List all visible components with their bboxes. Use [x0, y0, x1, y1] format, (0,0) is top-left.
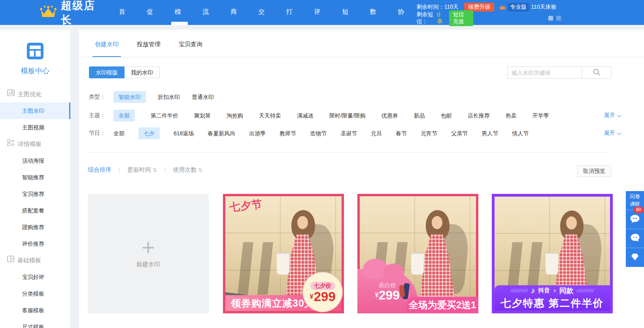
- filter-festival-option[interactable]: 春节: [396, 127, 407, 139]
- tab-item-query[interactable]: 宝贝查询: [179, 41, 202, 57]
- sort-usage-count[interactable]: 使用次数⇅: [173, 166, 203, 174]
- sidebar-item-bundle-package[interactable]: 搭配套餐: [0, 202, 70, 219]
- new-watermark-card[interactable]: + 新建水印: [88, 194, 209, 313]
- sidebar-item-item-recommend[interactable]: 宝贝推荐: [0, 186, 70, 202]
- messages-widget[interactable]: 80: [626, 210, 644, 229]
- filter-type-smart[interactable]: 智能水印: [113, 91, 146, 103]
- sidebar-section-main-image[interactable]: 主图优化: [0, 86, 70, 102]
- filter-type-discount[interactable]: 折扣水印: [158, 91, 180, 103]
- filter-theme-option[interactable]: 优惠券: [381, 110, 398, 121]
- sms-recharge-button[interactable]: 短信充值: [449, 10, 473, 26]
- feedback-widget[interactable]: [626, 248, 644, 267]
- nav-item-home[interactable]: 首页: [110, 0, 138, 25]
- nav-item-data[interactable]: 数据: [361, 0, 389, 25]
- expand-theme-link[interactable]: 展开: [604, 112, 620, 119]
- nav-item-template[interactable]: 模板: [166, 0, 194, 25]
- filter-type-normal[interactable]: 普通水印: [192, 91, 214, 103]
- filter-row-theme: 主题： 全部 第二件半价 聚划算 淘抢购 天天特卖 满减送 限时/限量/限购 优…: [89, 110, 620, 121]
- filter-label-type: 类型：: [89, 93, 113, 100]
- remaining-sms-label: 剩余短信：: [417, 11, 437, 25]
- sort-icon: ⇅: [153, 167, 157, 173]
- nav-item-traffic[interactable]: 流量: [193, 0, 221, 25]
- sidebar-item-main-image-video[interactable]: 主图视频: [0, 119, 70, 136]
- toggle-my-watermarks[interactable]: 我的水印: [125, 66, 160, 78]
- filter-theme-option[interactable]: 新品: [414, 110, 425, 121]
- remaining-sms-value: 0条: [437, 11, 444, 25]
- nav-item-print[interactable]: 打单: [277, 0, 305, 25]
- sidebar-item-item-praise[interactable]: 宝贝好评: [0, 269, 70, 285]
- filter-festival-option[interactable]: 圣诞节: [340, 127, 357, 139]
- version-badge: 专业版: [508, 3, 529, 11]
- search-button[interactable]: [582, 66, 612, 79]
- account-info: 剩余时间： 110天 续费升级 专业版 110天体验 剩余短信： 0条 短信充值: [417, 1, 561, 24]
- filter-festival-all[interactable]: 全部: [113, 127, 125, 139]
- search-input[interactable]: [507, 66, 582, 79]
- sidebar-item-group-buy-recommend[interactable]: 团购推荐: [0, 219, 70, 235]
- layout-icon: [7, 136, 15, 152]
- filter-theme-option[interactable]: 天天特卖: [259, 110, 281, 121]
- sidebar-section-detail-template[interactable]: 详情模板: [0, 136, 70, 152]
- filter-festival-option[interactable]: 造物节: [310, 127, 327, 139]
- filter-theme-option[interactable]: 店长推荐: [468, 110, 490, 121]
- filter-theme-option[interactable]: 聚划算: [194, 110, 211, 121]
- sidebar-item-review-recommend[interactable]: 评价推荐: [0, 235, 70, 252]
- watermark-template-card-douyin[interactable]: ////////// ♪ 抖音 × 同款 ////////// 七夕特惠 第二件…: [492, 194, 613, 313]
- sidebar-item-activity-poster[interactable]: 活动海报: [0, 152, 70, 169]
- service-bubble-icon: [630, 233, 640, 244]
- filter-theme-option[interactable]: 淘抢购: [227, 110, 243, 121]
- nav-item-collab[interactable]: 协同: [389, 0, 417, 25]
- sort-comprehensive[interactable]: 综合排序: [88, 166, 111, 174]
- sort-bar: 综合排序 | 更新时间⇅ | 使用次数⇅: [88, 166, 203, 174]
- watermark-template-card-qixi-coupon[interactable]: 七夕节 领券购满立减30元 七夕价 ¥299: [223, 194, 344, 313]
- window-dots[interactable]: [548, 16, 561, 21]
- plus-icon: +: [142, 239, 155, 255]
- grid-icon: [7, 252, 14, 269]
- tab-create-watermark[interactable]: 创建水印: [95, 41, 119, 57]
- filter-theme-option[interactable]: 第二件半价: [151, 110, 178, 121]
- filter-theme-option[interactable]: 热卖: [506, 110, 517, 121]
- sidebar-item-main-image-watermark[interactable]: 主图水印: [0, 102, 70, 119]
- app-title: 超级店长: [61, 0, 100, 27]
- nav-item-sms[interactable]: 短信: [333, 0, 361, 25]
- filter-festival-option[interactable]: 元宵节: [421, 127, 437, 139]
- filter-festival-option[interactable]: 教师节: [280, 127, 296, 139]
- customer-service-widget[interactable]: [626, 229, 644, 248]
- cancel-preview-button[interactable]: 取消预览: [577, 165, 611, 177]
- sidebar-section-basic-template[interactable]: 基础模板: [0, 252, 70, 269]
- filter-theme-all[interactable]: 全部: [113, 110, 135, 121]
- top-navbar: 超级店长 首页 促销 模板 流量 商品 交易 打单 评价 短信 数据 协同 剩余…: [0, 0, 644, 25]
- watermark-template-card-love-deal[interactable]: 表白价 ¥299 全场为爱买2送1: [357, 194, 478, 313]
- filter-theme-option[interactable]: 开学季: [533, 110, 549, 121]
- sidebar-item-smart-recommend[interactable]: 智能推荐: [0, 169, 70, 186]
- nav-item-goods[interactable]: 商品: [221, 0, 249, 25]
- filter-label-theme: 主题：: [89, 112, 113, 119]
- sort-update-time[interactable]: 更新时间⇅: [127, 166, 157, 174]
- sidebar-item-size-template[interactable]: 尺寸模板: [0, 319, 70, 328]
- expand-festival-link[interactable]: 展开: [604, 130, 620, 137]
- filter-festival-option[interactable]: 父亲节: [451, 127, 468, 139]
- filter-festival-option[interactable]: 男人节: [482, 127, 498, 139]
- nav-item-review[interactable]: 评价: [305, 0, 333, 25]
- filter-theme-option[interactable]: 限时/限量/限购: [329, 110, 366, 121]
- tab-delivery-management[interactable]: 投放管理: [137, 41, 161, 57]
- filter-festival-option[interactable]: 春夏新风尚: [208, 127, 235, 139]
- nav-item-trade[interactable]: 交易: [249, 0, 278, 25]
- filter-festival-option[interactable]: 出游季: [249, 127, 266, 139]
- tabs-divider: [79, 57, 644, 57]
- filter-festival-qixi[interactable]: 七夕: [138, 127, 160, 139]
- filter-label-festival: 节日：: [89, 130, 113, 137]
- filter-theme-option[interactable]: 满减送: [297, 110, 314, 121]
- new-watermark-label: 新建水印: [136, 261, 160, 268]
- sidebar-item-service-template[interactable]: 客服模板: [0, 302, 70, 319]
- buy2-get1-banner: 全场为爱买2送1: [406, 297, 478, 313]
- toggle-watermark-templates[interactable]: 水印模版: [89, 66, 125, 78]
- filter-festival-option[interactable]: 情人节: [512, 127, 529, 139]
- nav-item-promotion[interactable]: 促销: [138, 0, 166, 25]
- filter-festival-option[interactable]: 618返场: [174, 127, 194, 139]
- image-icon: [7, 86, 15, 102]
- filter-festival-option[interactable]: 元旦: [371, 127, 382, 139]
- same-style-text: 同款: [559, 286, 574, 296]
- floating-widget-stack: 问卷调研 80: [626, 191, 644, 267]
- sidebar-item-category-template[interactable]: 分类模板: [0, 285, 70, 302]
- filter-theme-option[interactable]: 包邮: [441, 110, 452, 121]
